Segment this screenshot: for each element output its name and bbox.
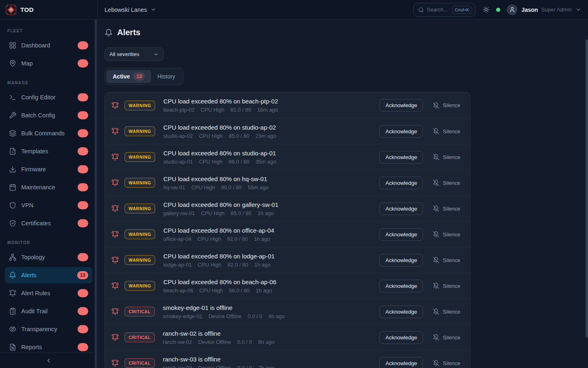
silence-button[interactable]: Silence bbox=[433, 257, 460, 263]
app-logo-icon bbox=[6, 4, 16, 15]
silence-button[interactable]: Silence bbox=[433, 283, 460, 289]
acknowledge-button[interactable]: Acknowledge bbox=[379, 202, 423, 215]
org-switcher[interactable]: Lebowski Lanes bbox=[105, 7, 156, 13]
severity-filter-value: All severities bbox=[109, 51, 150, 57]
alert-time: 1h ago bbox=[254, 262, 271, 268]
sidebar-item-maintenance[interactable]: Maintenance bbox=[5, 179, 92, 195]
main-content: Alerts All severities Active 13 History … bbox=[98, 20, 588, 368]
sidebar-alert-count-badge bbox=[78, 147, 88, 155]
silence-button[interactable]: Silence bbox=[433, 231, 460, 238]
acknowledge-button[interactable]: Acknowledge bbox=[379, 99, 423, 112]
theme-toggle-sun-icon[interactable] bbox=[483, 6, 490, 13]
sidebar-item-alerts[interactable]: Alerts 13 bbox=[5, 267, 92, 283]
alert-list: WARNING CPU load exceeded 80% on beach-p… bbox=[105, 92, 470, 368]
sidebar-alert-count-badge bbox=[78, 129, 88, 137]
severity-filter-select[interactable]: All severities bbox=[105, 47, 164, 61]
acknowledge-button[interactable]: Acknowledge bbox=[379, 125, 423, 138]
bell-ring-icon bbox=[111, 282, 119, 289]
sidebar-item-label: Maintenance bbox=[21, 184, 73, 191]
bell-off-icon bbox=[433, 231, 439, 238]
bell-ring-icon bbox=[111, 179, 119, 186]
acknowledge-button[interactable]: Acknowledge bbox=[379, 254, 423, 267]
silence-button[interactable]: Silence bbox=[433, 360, 460, 366]
silence-button[interactable]: Silence bbox=[433, 128, 460, 135]
silence-button[interactable]: Silence bbox=[433, 180, 460, 186]
alert-title: CPU load exceeded 80% on studio-ap-02 bbox=[163, 124, 379, 131]
active-count-badge: 13 bbox=[133, 72, 145, 81]
sidebar-collapse-button[interactable] bbox=[0, 352, 97, 368]
alert-title: CPU load exceeded 80% on office-ap-04 bbox=[163, 227, 379, 234]
sidebar-scrollbar[interactable] bbox=[95, 20, 97, 368]
sidebar-item-certificates[interactable]: Certificates bbox=[5, 215, 92, 231]
bell-off-icon bbox=[433, 334, 439, 341]
tab-history-label: History bbox=[157, 73, 175, 80]
tab-active[interactable]: Active 13 bbox=[107, 70, 151, 83]
silence-button[interactable]: Silence bbox=[433, 205, 460, 212]
severity-badge: WARNING bbox=[125, 229, 155, 239]
sidebar-item-audit-trail[interactable]: Audit Trail bbox=[5, 303, 92, 319]
sidebar-item-templates[interactable]: Templates bbox=[5, 143, 92, 159]
acknowledge-button[interactable]: Acknowledge bbox=[379, 357, 423, 368]
acknowledge-button[interactable]: Acknowledge bbox=[379, 177, 423, 189]
sidebar-item-alert-rules[interactable]: Alert Rules bbox=[5, 285, 92, 301]
bell-off-icon bbox=[433, 308, 439, 315]
alert-device: beach-ap-06 bbox=[163, 287, 193, 294]
map-pin-icon bbox=[9, 60, 16, 67]
silence-label: Silence bbox=[443, 128, 460, 135]
alert-row: CRITICAL ranch-sw-03 is offline ranch-sw… bbox=[105, 350, 470, 368]
sidebar-item-label: VPN bbox=[21, 202, 73, 209]
silence-label: Silence bbox=[443, 231, 460, 238]
search-input[interactable] bbox=[427, 7, 449, 13]
acknowledge-button[interactable]: Acknowledge bbox=[379, 280, 423, 292]
file-text-icon bbox=[9, 343, 16, 351]
nav-section-label: FLEET bbox=[7, 29, 90, 33]
alert-value: 81.0 / 80 bbox=[230, 107, 251, 113]
acknowledge-button[interactable]: Acknowledge bbox=[379, 331, 423, 344]
alert-device: smokey-edge-01 bbox=[163, 313, 203, 319]
sidebar-alert-count-badge bbox=[78, 41, 88, 49]
sidebar-item-config-editor[interactable]: Config Editor bbox=[5, 89, 92, 105]
alert-rule: CPU High bbox=[201, 210, 225, 216]
sidebar-alert-count-badge bbox=[78, 289, 88, 297]
alert-value: 85.0 / 80 bbox=[229, 133, 249, 139]
acknowledge-button[interactable]: Acknowledge bbox=[379, 228, 423, 241]
sidebar: TOD FLEET Dashboard Map MANAGE Config Ed… bbox=[0, 0, 98, 368]
alert-title: CPU load exceeded 80% on gallery-sw-01 bbox=[163, 201, 379, 208]
silence-button[interactable]: Silence bbox=[433, 334, 460, 341]
sidebar-item-vpn[interactable]: VPN bbox=[5, 197, 92, 213]
bell-off-icon bbox=[433, 283, 439, 289]
sidebar-item-bulk-commands[interactable]: Bulk Commands bbox=[5, 125, 92, 141]
global-search[interactable]: Cmd+K bbox=[413, 3, 475, 17]
user-menu-chevron-down-icon[interactable] bbox=[575, 7, 581, 13]
bell-off-icon bbox=[433, 360, 439, 366]
sidebar-item-label: Certificates bbox=[21, 220, 73, 227]
acknowledge-button[interactable]: Acknowledge bbox=[379, 305, 423, 318]
bell-off-icon bbox=[433, 128, 439, 135]
silence-button[interactable]: Silence bbox=[433, 308, 460, 315]
silence-button[interactable]: Silence bbox=[433, 102, 460, 109]
bell-icon bbox=[105, 29, 113, 37]
silence-button[interactable]: Silence bbox=[433, 154, 460, 160]
sidebar-item-reports[interactable]: Reports bbox=[5, 339, 92, 352]
alert-value: 0.0 / 0 bbox=[237, 339, 252, 345]
page-scrollbar[interactable] bbox=[586, 39, 588, 338]
tab-active-label: Active bbox=[113, 73, 130, 80]
bell-ring-icon bbox=[111, 102, 119, 109]
eye-icon bbox=[9, 325, 16, 333]
severity-badge: WARNING bbox=[125, 178, 155, 188]
sidebar-item-map[interactable]: Map bbox=[5, 55, 92, 72]
severity-badge: WARNING bbox=[125, 126, 155, 136]
tab-history[interactable]: History bbox=[151, 71, 181, 82]
sidebar-item-batch-config[interactable]: Batch Config bbox=[5, 107, 92, 123]
sidebar-item-transparency[interactable]: Transparency bbox=[5, 321, 92, 337]
user-avatar[interactable] bbox=[507, 4, 517, 15]
sidebar-item-topology[interactable]: Topology bbox=[5, 249, 92, 265]
sidebar-item-dashboard[interactable]: Dashboard bbox=[5, 37, 92, 54]
acknowledge-button[interactable]: Acknowledge bbox=[379, 151, 423, 164]
silence-label: Silence bbox=[443, 360, 460, 366]
alert-row: WARNING CPU load exceeded 80% on studio-… bbox=[105, 118, 470, 144]
bell-ring-icon bbox=[111, 153, 119, 161]
sidebar-item-label: Alerts bbox=[21, 272, 72, 278]
sidebar-item-firmware[interactable]: Firmware bbox=[5, 161, 92, 177]
severity-badge: CRITICAL bbox=[125, 307, 155, 316]
